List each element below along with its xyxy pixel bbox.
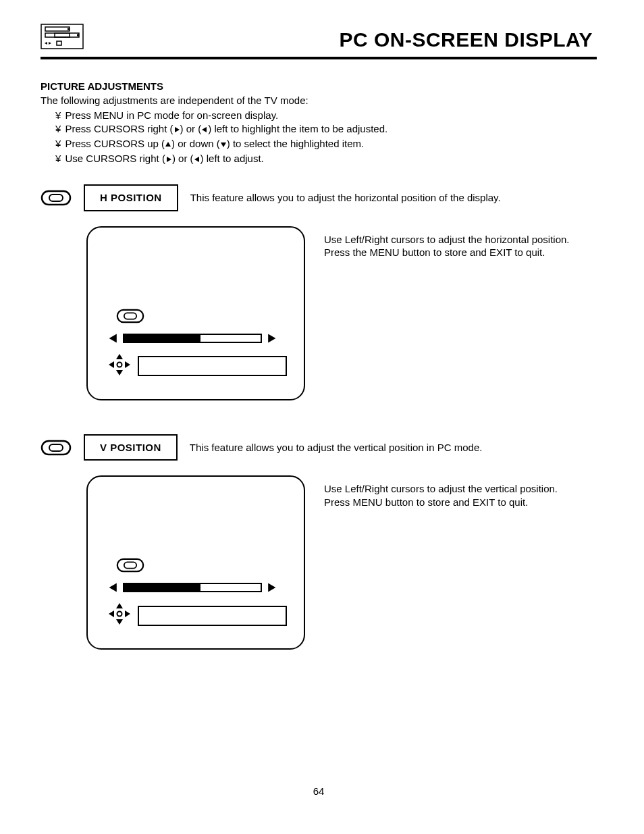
svg-marker-34 [109,610,114,617]
remote-button-icon [116,556,144,577]
triangle-right-icon [266,333,277,344]
svg-rect-3 [45,33,70,37]
dpad-row [108,353,287,380]
osd-diagram [86,475,305,650]
slider-bar [123,334,262,343]
svg-point-36 [117,612,122,617]
instruction-item: Press CURSORS up () or down () to select… [55,137,597,151]
triangle-down-icon [220,138,227,151]
svg-rect-1 [45,27,70,31]
osd-diagram [86,226,305,400]
svg-marker-6 [45,42,47,45]
svg-point-25 [117,362,122,367]
svg-rect-2 [68,28,70,30]
slider-control [108,333,277,344]
triangle-up-icon [165,138,171,151]
svg-marker-22 [116,370,123,375]
dpad-icon [108,353,131,380]
dpad-row [108,602,287,629]
svg-marker-11 [165,142,171,147]
feature-description: This feature allows you to adjust the ve… [190,441,483,454]
svg-marker-30 [109,583,117,592]
svg-rect-16 [49,194,63,201]
svg-marker-24 [125,361,130,368]
triangle-left-icon [108,582,119,593]
triangle-right-icon [165,153,172,166]
slider-control [108,582,277,593]
svg-rect-0 [41,24,83,49]
value-box [138,606,287,626]
page-header: PC ON-SCREEN DISPLAY [41,24,597,59]
remote-button-icon [41,438,72,457]
svg-marker-14 [194,157,199,162]
page-title: PC ON-SCREEN DISPLAY [339,26,593,53]
remote-button-icon [41,188,72,207]
svg-marker-33 [116,619,123,625]
dpad-icon [108,602,131,629]
section-title: PICTURE ADJUSTMENTS [41,80,597,93]
feature-label: H POSITION [84,184,178,211]
intro-line: The following adjustments are independen… [41,94,597,107]
svg-marker-21 [116,354,123,359]
svg-marker-19 [109,334,117,342]
remote-button-icon [116,307,144,328]
triangle-right-icon [266,582,277,593]
section-intro: PICTURE ADJUSTMENTS The following adjust… [41,80,597,166]
instruction-item: Press CURSORS right () or () left to hig… [55,122,597,136]
triangle-right-icon [173,123,180,136]
svg-rect-29 [124,563,136,569]
feature-description: This feature allows you to adjust the ho… [190,191,501,205]
svg-marker-13 [167,157,171,162]
diagram-instructions: Use Left/Right cursors to adjust the hor… [324,233,570,259]
triangle-left-icon [108,333,119,344]
svg-marker-12 [221,142,226,147]
svg-rect-18 [124,313,136,319]
svg-rect-5 [77,34,79,36]
page-number: 64 [41,785,597,798]
instruction-item: Use CURSORS right () or () left to adjus… [55,152,597,166]
slider-bar [123,583,262,592]
feature-label: V POSITION [84,434,178,461]
diagram-row-v-position: Use Left/Right cursors to adjust the ver… [41,475,597,650]
svg-marker-10 [202,127,207,132]
svg-marker-7 [49,42,51,45]
svg-rect-8 [57,41,61,45]
diagram-instructions: Use Left/Right cursors to adjust the ver… [324,482,558,509]
svg-rect-4 [55,33,79,37]
svg-rect-27 [49,444,63,451]
instruction-item: Press MENU in PC mode for on-screen disp… [55,109,597,122]
triangle-left-icon [201,123,208,136]
header-logo-icon [41,24,84,53]
svg-marker-9 [175,127,180,132]
instruction-list: Press MENU in PC mode for on-screen disp… [41,109,597,166]
triangle-left-icon [194,153,200,166]
value-box [138,356,287,376]
svg-marker-32 [116,603,123,608]
svg-marker-31 [268,583,275,592]
svg-marker-23 [109,361,114,368]
diagram-row-h-position: Use Left/Right cursors to adjust the hor… [41,226,597,400]
svg-marker-20 [268,334,275,342]
svg-marker-35 [125,610,130,617]
feature-row-h-position: H POSITION This feature allows you to ad… [41,184,597,211]
feature-row-v-position: V POSITION This feature allows you to ad… [41,434,597,461]
